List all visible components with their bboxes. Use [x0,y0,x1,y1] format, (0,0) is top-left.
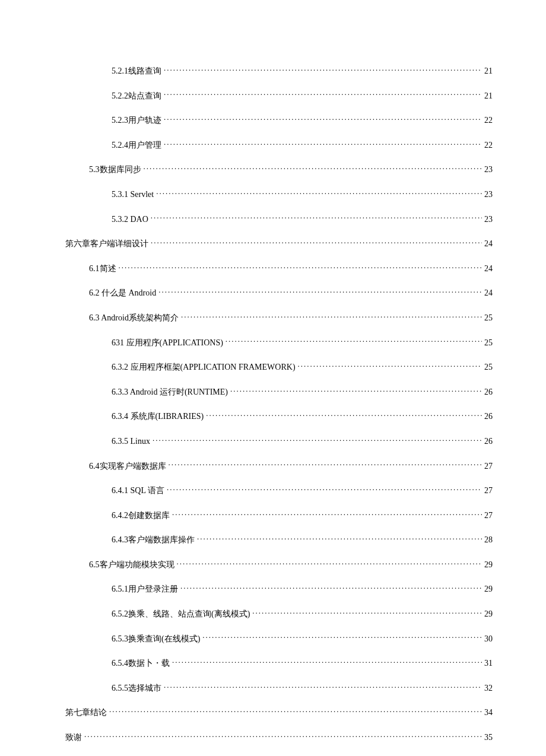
toc-page-number: 23 [484,164,493,176]
toc-leader-dots [197,534,482,542]
toc-leader-dots [169,460,482,469]
toc-page-number: 26 [484,436,493,447]
toc-page-number: 22 [484,115,493,126]
toc-page-number: 29 [484,559,493,571]
toc-page-number: 25 [484,312,493,324]
toc-label: 5.3.1 Servlet [112,189,154,201]
toc-entry: 6.5.1用户登录注册29 [112,583,493,595]
toc-label: 6.4.2创建数据库 [112,510,170,522]
toc-entry: 5.2.2站点查询21 [112,90,493,102]
toc-label: 致谢 [65,732,82,744]
toc-leader-dots [109,707,482,715]
toc-entry: 6.5.2换乘、线路、站点查询(离线模式)29 [112,608,493,620]
toc-entry: 5.3.1 Servlet23 [112,189,493,201]
toc-entry: 6.3.3 Android 运行时(RUNTIME)26 [112,386,493,398]
toc-leader-dots [202,633,482,641]
toc-page-number: 22 [484,139,493,151]
toc-leader-dots [180,583,482,592]
toc-leader-dots [144,164,482,172]
toc-leader-dots [164,115,482,123]
toc-page-number: 24 [484,287,493,299]
toc-leader-dots [252,608,482,617]
toc-entry: 6.5.5选择城市32 [112,682,493,694]
toc-page-number: 27 [484,460,493,472]
toc-label: 6.3.3 Android 运行时(RUNTIME) [112,386,228,398]
toc-leader-dots [119,263,482,271]
toc-label: 5.2.2站点查询 [112,90,161,102]
toc-label: 6.3.5 Linux [112,436,150,447]
toc-page-number: 25 [484,361,493,373]
toc-label: 6.5.1用户登录注册 [112,583,178,595]
toc-label: 6.5.5选择城市 [112,682,161,694]
toc-label: 6.4.1 SQL 语言 [112,485,164,497]
toc-page-number: 23 [484,214,493,225]
toc-entry: 6.2 什么是 Android24 [89,287,493,299]
toc-label: 6.4.3客户端数据库操作 [112,534,195,546]
toc-entry: 6.3.4 系统库(LIBRARIES)26 [112,411,493,423]
toc-page-number: 24 [484,263,493,275]
toc-entry: 6.3.2 应用程序框架(APPLICATION FRAMEWORK)25 [112,361,493,373]
toc-leader-dots [172,510,482,518]
toc-leader-dots [151,214,482,222]
toc-leader-dots [164,682,482,691]
toc-leader-dots [172,657,482,666]
toc-label: 第六章客户端详细设计 [65,238,148,250]
toc-entry: 5.3数据库同步23 [89,164,493,176]
toc-leader-dots [181,312,482,320]
toc-leader-dots [298,361,482,370]
toc-label: 5.2.3用户轨迹 [112,115,161,126]
toc-label: 6.3.4 系统库(LIBRARIES) [112,411,204,423]
toc-label: 5.3数据库同步 [89,164,141,176]
toc-label: 6.4实现客户端数据库 [89,460,166,472]
toc-leader-dots [164,90,482,99]
toc-leader-dots [167,485,482,493]
toc-label: 6.5客户端功能模块实现 [89,559,174,571]
toc-entry: 5.2.4用户管理22 [112,139,493,151]
toc-label: 5.3.2 DAO [112,214,148,225]
toc-page-number: 27 [484,485,493,497]
toc-entry: 6.4.3客户端数据库操作28 [112,534,493,546]
toc-entry: 5.3.2 DAO23 [112,214,493,225]
toc-label: 6.3 Android系统架构简介 [89,312,179,324]
toc-label: 6.5.3换乘查询(在线模式) [112,633,200,645]
toc-entry: 6.5.4数据卜・载31 [112,657,493,669]
toc-label: 5.2.1线路查询 [112,65,161,77]
toc-page-number: 26 [484,411,493,423]
toc-page-number: 28 [484,534,493,546]
toc-entry: 5.2.3用户轨迹22 [112,115,493,126]
toc-page-number: 29 [484,583,493,595]
toc-leader-dots [226,337,482,345]
toc-label: 第七章结论 [65,707,107,719]
toc-page-number: 34 [484,707,493,719]
toc-label: 6.1简述 [89,263,116,275]
toc-leader-dots [151,238,482,246]
toc-label: 6.5.4数据卜・载 [112,657,170,669]
toc-entry: 6.3 Android系统架构简介25 [89,312,493,324]
toc-entry: 6.5客户端功能模块实现29 [89,559,493,571]
toc-leader-dots [156,189,482,197]
toc-label: 6.5.2换乘、线路、站点查询(离线模式) [112,608,250,620]
toc-entry: 631 应用程序(APPLICATIONS)25 [112,337,493,349]
toc-entry: 6.4.1 SQL 语言27 [112,485,493,497]
toc-label: 631 应用程序(APPLICATIONS) [112,337,223,349]
toc-entry: 6.1简述24 [89,263,493,275]
toc-page-number: 35 [484,732,493,744]
toc-page-number: 21 [484,90,493,102]
toc-leader-dots [230,386,482,395]
toc-entry: 致谢35 [65,732,493,744]
toc-entry: 第七章结论34 [65,707,493,719]
toc-entry: 6.4.2创建数据库27 [112,510,493,522]
toc-page-number: 32 [484,682,493,694]
toc-page-number: 24 [484,238,493,250]
toc-page-number: 30 [484,633,493,645]
toc-entry: 6.5.3换乘查询(在线模式)30 [112,633,493,645]
toc-page-number: 21 [484,65,493,77]
toc-leader-dots [164,65,482,74]
toc-label: 6.2 什么是 Android [89,287,156,299]
toc-page-number: 26 [484,386,493,398]
toc-leader-dots [153,436,482,444]
toc-entry: 第六章客户端详细设计24 [65,238,493,250]
toc-leader-dots [84,732,482,740]
toc-label: 6.3.2 应用程序框架(APPLICATION FRAMEWORK) [112,361,296,373]
toc-page-number: 31 [484,657,493,669]
